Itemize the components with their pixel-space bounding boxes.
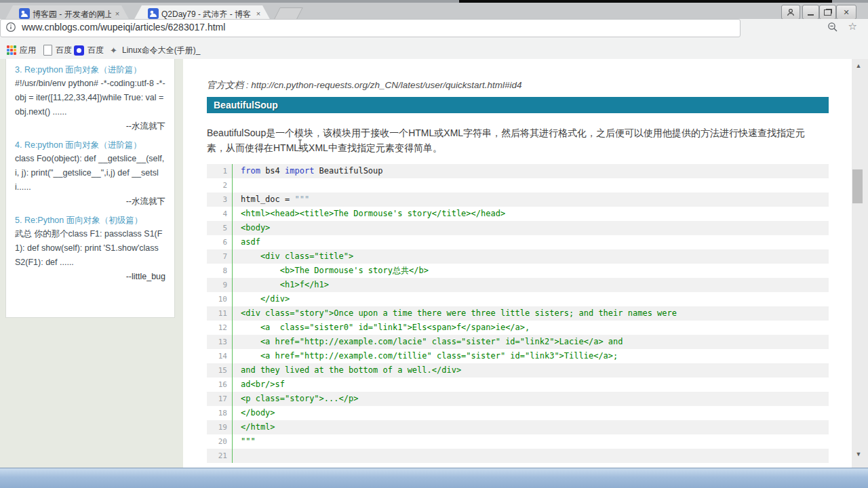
code-line: 15and they lived at the bottom of a well… <box>207 363 829 378</box>
line-number: 20 <box>207 434 233 449</box>
code-line: 1from bs4 import BeautifulSoup <box>207 164 829 178</box>
code-line: 11<div class="story">Once upon a time th… <box>207 306 829 321</box>
scroll-up-icon[interactable]: ▲ <box>854 62 863 69</box>
code-line: 2 <box>207 178 829 192</box>
bookmark-star-icon[interactable]: ☆ <box>848 20 857 33</box>
cnblogs-favicon <box>19 8 30 19</box>
taskbar: W CH ? ▼ EV 8:54 <box>0 468 868 488</box>
page-viewport: 3. Re:python 面向对象（进阶篇） #!/usr/bin/env py… <box>0 59 868 468</box>
intro-paragraph: BeautifulSoup是一个模块，该模块用于接收一个HTML或XML字符串，… <box>207 125 818 155</box>
apps-shortcut[interactable]: 应用 <box>7 44 36 56</box>
line-number: 4 <box>207 207 233 221</box>
comment-body: 武总 你的那个class F1: passclass S1(F1): def s… <box>15 227 165 270</box>
code-line: 5<body> <box>207 221 829 235</box>
section-title-banner: BeautifulSoup <box>207 97 829 113</box>
bookmark-label: 百度 <box>56 45 72 56</box>
comment-author: --水流就下 <box>15 195 165 208</box>
comment-link[interactable]: 5. Re:Python 面向对象（初级篇） <box>15 214 165 227</box>
browser-toolbar: ← → ↻ ⌂ www.cnblogs.com/wupeiqi/articles… <box>0 19 868 42</box>
official-doc-link[interactable]: 官方文档 : http://cn.python-requests.org/zh_… <box>207 79 521 92</box>
code-text <box>233 449 241 463</box>
code-line: 18</body> <box>207 406 829 420</box>
minimize-button[interactable] <box>802 5 819 20</box>
code-line: 6asdf <box>207 235 829 249</box>
line-number: 10 <box>207 292 233 306</box>
line-number: 12 <box>207 321 233 335</box>
code-line: 4<html><head><title>The Dormouse's story… <box>207 207 829 221</box>
comment-link[interactable]: 4. Re:python 面向对象（进阶篇） <box>15 138 165 152</box>
zoom-out-icon[interactable] <box>827 22 838 33</box>
code-text: <html><head><title>The Dormouse's story<… <box>233 207 505 221</box>
bookmark-baidu-page[interactable]: 百度 <box>43 44 72 56</box>
code-line: 10 </div> <box>207 292 829 306</box>
bookmark-baidu[interactable]: 百度 <box>74 44 104 56</box>
minimize-icon <box>803 5 818 19</box>
baidu-icon <box>74 45 84 56</box>
code-line: 8 <b>The Dormouse's story总共</b> <box>207 264 829 278</box>
line-number: 8 <box>207 264 233 278</box>
comment-author: --水流就下 <box>15 119 165 133</box>
command-site-icon: ✦ <box>110 46 119 55</box>
comment-item: 3. Re:python 面向对象（进阶篇） #!/usr/bin/env py… <box>6 59 174 134</box>
comment-item: 4. Re:python 面向对象（进阶篇） class Foo(object)… <box>6 134 174 209</box>
code-text: <h1>f</h1> <box>233 278 329 292</box>
code-text: <a class="sister0" id="link1">Els<span>f… <box>233 321 530 335</box>
page-icon <box>43 45 52 56</box>
code-text: <p class="story">...</p> <box>233 392 358 406</box>
page-scrollbar[interactable]: ▲ ▼ <box>852 59 868 468</box>
apps-grid-icon <box>7 45 16 55</box>
scrollbar-thumb[interactable] <box>852 169 863 203</box>
maximize-button[interactable] <box>819 5 836 20</box>
code-text: <b>The Dormouse's story总共</b> <box>233 264 429 278</box>
line-number: 21 <box>207 449 233 463</box>
code-text: </html> <box>233 420 275 434</box>
bookmark-label: Linux命令大全(手册)_ <box>122 45 200 56</box>
line-number: 9 <box>207 278 233 292</box>
page-info-icon[interactable] <box>5 22 16 33</box>
article-content: 官方文档 : http://cn.python-requests.org/zh_… <box>183 59 852 468</box>
code-line: 3html_doc = """ <box>207 192 829 207</box>
code-text: </body> <box>233 406 275 420</box>
code-text <box>233 178 241 192</box>
line-number: 11 <box>207 306 233 321</box>
code-text: """ <box>233 434 256 449</box>
tab-close-icon[interactable]: × <box>254 9 263 18</box>
bookmark-label: 百度 <box>87 45 104 56</box>
recent-comments-panel: 3. Re:python 面向对象（进阶篇） #!/usr/bin/env py… <box>5 59 175 318</box>
profile-button[interactable] <box>781 5 800 20</box>
code-text: html_doc = """ <box>233 192 309 207</box>
tab-close-icon[interactable]: × <box>113 9 122 18</box>
line-number: 18 <box>207 406 233 420</box>
scroll-down-icon[interactable]: ▼ <box>854 451 863 458</box>
code-line: 20""" <box>207 434 829 449</box>
code-line: 9 <h1>f</h1> <box>207 278 829 292</box>
comment-body: class Foo(object): def __getslice__(self… <box>15 152 165 195</box>
bookmarks-bar: 应用 百度 百度 ✦ Linux命令大全(手册)_ <box>0 42 868 60</box>
code-line: 16ad<br/>sf <box>207 378 829 392</box>
bookmark-linux-commands[interactable]: ✦ Linux命令大全(手册)_ <box>110 44 200 56</box>
code-text: ad<br/>sf <box>233 378 285 392</box>
url-text: www.cnblogs.com/wupeiqi/articles/6283017… <box>22 22 225 33</box>
code-text: <div class="title"> <box>233 249 353 264</box>
comment-link[interactable]: 3. Re:python 面向对象（进阶篇） <box>15 63 165 77</box>
code-text: <a href="http://example.com/tillie" clas… <box>233 349 618 363</box>
line-number: 17 <box>207 392 233 406</box>
line-number: 1 <box>207 164 233 178</box>
text-cursor <box>300 140 300 148</box>
code-line: 12 <a class="sister0" id="link1">Els<spa… <box>207 321 829 335</box>
address-bar[interactable]: www.cnblogs.com/wupeiqi/articles/6283017… <box>0 19 741 37</box>
tab-strip: 博客园 - 开发者的网上家 × Q2Day79 - 武沛齐 - 博客 × ✕ <box>0 3 868 19</box>
close-window-button[interactable]: ✕ <box>836 5 856 20</box>
comment-body: #!/usr/bin/env python# -*-coding:utf-8 -… <box>15 77 165 119</box>
code-line: 13 <a href="http://example.com/lacie" cl… <box>207 335 829 349</box>
close-icon: ✕ <box>837 5 856 19</box>
code-text: and they lived at the bottom of a well.<… <box>233 363 461 378</box>
code-line: 19</html> <box>207 420 829 434</box>
line-number: 6 <box>207 235 233 249</box>
code-line: 17<p class="story">...</p> <box>207 392 829 406</box>
line-number: 15 <box>207 363 233 378</box>
code-line: 21 <box>207 449 829 463</box>
line-number: 19 <box>207 420 233 434</box>
code-text: asdf <box>233 235 260 249</box>
line-number: 7 <box>207 249 233 264</box>
